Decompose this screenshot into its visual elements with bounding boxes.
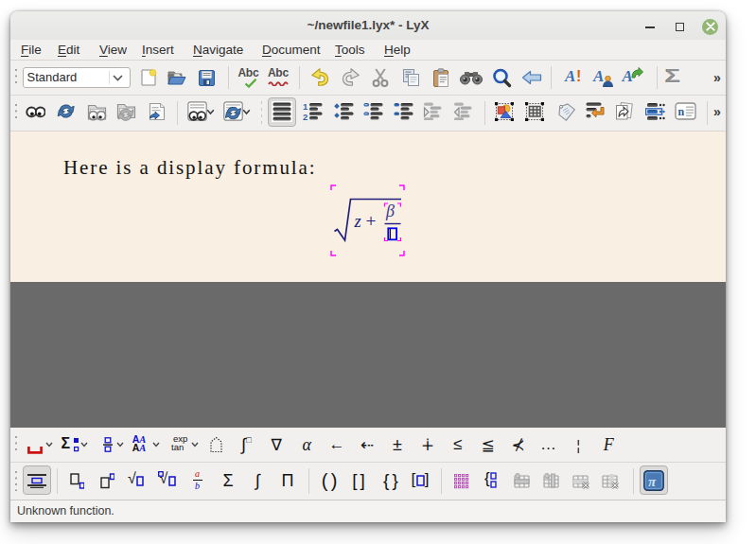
svg-text:+: +: [366, 211, 377, 231]
svg-text:z: z: [354, 212, 361, 231]
svg-text:1: 1: [303, 102, 308, 112]
svg-text:π: π: [648, 474, 657, 489]
svg-text:n: n: [677, 105, 684, 118]
svg-text:2: 2: [303, 112, 308, 121]
